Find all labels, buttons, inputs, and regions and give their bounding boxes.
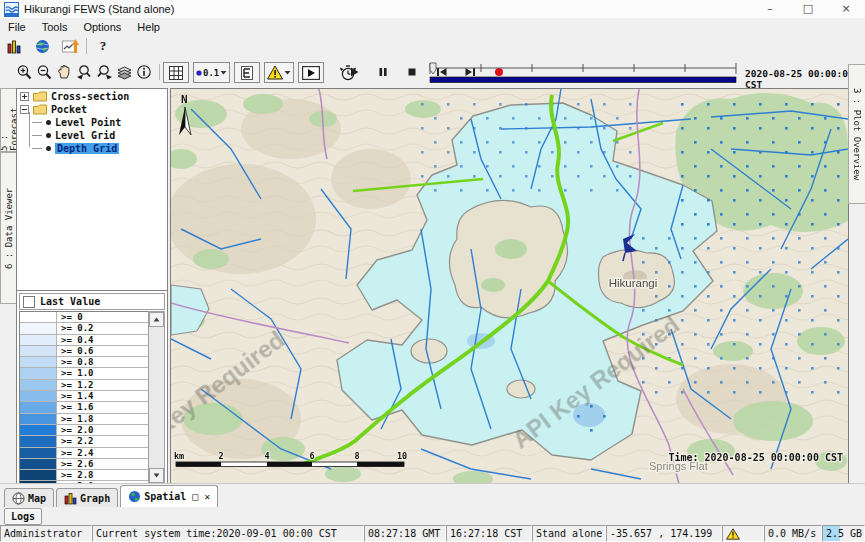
app-icon — [4, 2, 19, 17]
status-memory: 2.5 GB — [822, 525, 865, 542]
legend-swatch — [20, 335, 57, 345]
legend-row: >= 0.8 — [20, 357, 149, 368]
chart-up-arrow-icon[interactable] — [60, 36, 80, 56]
bottom-tab-bar: Map Graph Spatial □ ✕ — [0, 483, 865, 507]
pause-button[interactable] — [373, 62, 393, 82]
folder-icon — [33, 91, 47, 102]
tree-node-level-point[interactable]: Level Point — [44, 116, 167, 128]
title-bar: Hikurangi FEWS (Stand alone) – □ × — [0, 0, 865, 19]
last-value-label: Last Value — [40, 296, 100, 307]
chevron-down-icon — [284, 70, 291, 75]
warning-dropdown[interactable] — [264, 62, 294, 83]
svg-text:N: N — [181, 93, 188, 106]
legend-label: >= 1.2 — [57, 380, 94, 390]
globe-icon[interactable] — [32, 36, 52, 56]
menu-help[interactable]: Help — [129, 21, 168, 33]
legend-swatch — [20, 391, 57, 401]
legend-swatch — [20, 402, 57, 412]
interval-dropdown[interactable]: 0.1 — [193, 62, 230, 83]
status-system-time: Current system time:2020-09-01 00:00 CST — [92, 525, 364, 542]
legend-row: >= 1.6 — [20, 402, 149, 413]
tree-label: Pocket — [51, 104, 87, 115]
zoom-previous-icon[interactable] — [74, 62, 94, 82]
island — [507, 380, 535, 398]
expand-icon[interactable] — [20, 92, 29, 101]
legend-label: >= 0 — [57, 312, 83, 322]
tab-map[interactable]: Map — [4, 488, 54, 507]
toolbar-main: ? — [0, 35, 865, 58]
minimize-button[interactable]: – — [751, 0, 789, 18]
legend-label: >= 0.8 — [57, 357, 94, 367]
label-toggle-icon[interactable] — [234, 62, 260, 83]
layers-icon[interactable] — [114, 62, 134, 82]
bullet-icon — [46, 133, 51, 138]
menu-bar: File Tools Options Help — [0, 18, 865, 35]
movie-play-icon[interactable] — [298, 62, 324, 83]
toolbar-separator — [86, 38, 87, 54]
legend-row: >= 0.6 — [20, 346, 149, 357]
zoom-next-icon[interactable] — [94, 62, 114, 82]
legend-row: >= 1.8 — [20, 414, 149, 425]
tree-node-cross-section[interactable]: Cross-section — [20, 90, 167, 102]
menu-tools[interactable]: Tools — [34, 21, 76, 33]
status-transfer-rate: 0.0 MB/s — [764, 525, 822, 542]
tab-plot-overview[interactable]: 3 : Plot Overview — [848, 64, 865, 204]
menu-file[interactable]: File — [0, 21, 34, 33]
tab-spatial[interactable]: Spatial □ ✕ — [120, 485, 218, 507]
help-icon[interactable]: ? — [93, 36, 113, 56]
legend-label: >= 1.8 — [57, 414, 94, 424]
app-window: Hikurangi FEWS (Stand alone) – □ × File … — [0, 0, 865, 542]
collapse-icon[interactable] — [20, 105, 29, 114]
last-value-row: Last Value — [19, 293, 165, 310]
tree-label-selected: Depth Grid — [55, 143, 119, 154]
legend-row: >= 2.4 — [20, 448, 149, 459]
graph-icon — [64, 492, 77, 505]
scroll-down-icon[interactable] — [149, 468, 164, 483]
map-canvas[interactable]: API Key Required API Key Required N Hiku… — [171, 89, 848, 484]
menu-options[interactable]: Options — [75, 21, 129, 33]
legend-swatch — [20, 323, 57, 333]
legend-swatch — [20, 425, 57, 435]
logs-button[interactable]: Logs — [4, 508, 42, 525]
grid-icon[interactable] — [163, 62, 189, 83]
legend-label: >= 1.6 — [57, 402, 94, 412]
play-button[interactable] — [344, 62, 364, 82]
status-mode: Stand alone — [532, 525, 606, 542]
stop-button[interactable] — [402, 62, 422, 82]
toolbar-map: 0.1 — [0, 57, 865, 88]
maximize-button[interactable]: □ — [789, 0, 827, 18]
panel-restore-icon[interactable]: □ — [192, 491, 198, 502]
last-value-checkbox[interactable] — [23, 296, 35, 308]
legend-row: >= 0.2 — [20, 323, 149, 334]
legend-swatch — [20, 380, 57, 390]
status-bar: Administrator Current system time:2020-0… — [0, 525, 865, 542]
close-button[interactable]: × — [827, 0, 865, 18]
timeline-datetime: 2020-08-25 00:00:00 CST — [745, 68, 865, 90]
tree-node-pocket[interactable]: Pocket — [20, 103, 167, 115]
map-panel[interactable]: API Key Required API Key Required N Hiku… — [170, 88, 849, 485]
info-icon[interactable] — [134, 62, 154, 82]
slider-handle — [430, 63, 436, 74]
pan-hand-icon[interactable] — [54, 62, 74, 82]
tab-forecast[interactable]: 5 : Forecast — [0, 88, 17, 152]
tab-data-viewer[interactable]: 6 : Data Viewer — [0, 152, 17, 304]
status-warning[interactable] — [722, 525, 764, 542]
tree-node-depth-grid[interactable]: Depth Grid — [44, 142, 167, 154]
window-title: Hikurangi FEWS (Stand alone) — [24, 3, 174, 15]
legend-scrollbar[interactable] — [148, 311, 165, 484]
zoom-out-icon[interactable] — [34, 62, 54, 82]
zoom-in-icon[interactable] — [14, 62, 34, 82]
status-local-time: 16:27:18 CST — [446, 525, 532, 542]
bar-chart-icon[interactable] — [4, 36, 24, 56]
layers-tree-panel: Cross-section Pocket Level Point Level G… — [16, 88, 168, 292]
legend-row: >= 2.2 — [20, 436, 149, 447]
time-slider[interactable] — [427, 61, 739, 85]
panel-close-icon[interactable]: ✕ — [204, 491, 210, 502]
toolbar-separator — [159, 64, 160, 80]
tree-node-level-grid[interactable]: Level Grid — [44, 129, 167, 141]
legend-label: >= 0.6 — [57, 346, 94, 356]
tab-graph[interactable]: Graph — [56, 488, 118, 507]
scroll-up-icon[interactable] — [149, 312, 164, 327]
svg-text:2: 2 — [218, 451, 223, 461]
island — [449, 200, 567, 317]
